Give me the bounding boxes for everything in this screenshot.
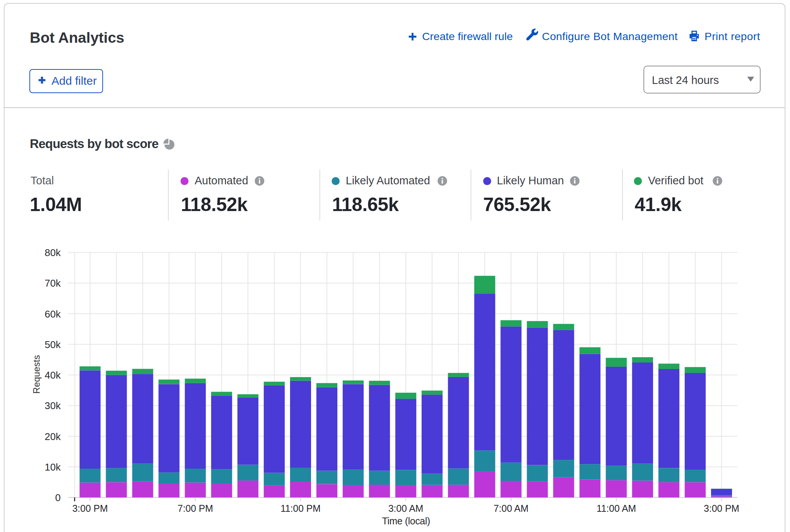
svg-text:0: 0 xyxy=(55,492,61,503)
svg-text:11:00 PM: 11:00 PM xyxy=(281,503,321,514)
svg-text:Requests: Requests xyxy=(31,355,42,393)
svg-text:20k: 20k xyxy=(45,431,61,442)
svg-text:40k: 40k xyxy=(45,369,61,381)
svg-text:30k: 30k xyxy=(45,400,61,411)
svg-text:3:00 PM: 3:00 PM xyxy=(72,503,108,514)
svg-text:7:00 PM: 7:00 PM xyxy=(177,503,213,514)
svg-text:7:00 AM: 7:00 AM xyxy=(493,503,529,514)
svg-text:3:00 PM: 3:00 PM xyxy=(704,503,739,514)
svg-text:Time (local): Time (local) xyxy=(382,516,430,526)
svg-text:10k: 10k xyxy=(45,461,61,473)
svg-text:70k: 70k xyxy=(45,277,61,289)
svg-text:50k: 50k xyxy=(45,339,61,350)
svg-text:3:00 AM: 3:00 AM xyxy=(388,503,423,514)
svg-text:11:00 AM: 11:00 AM xyxy=(597,503,636,514)
svg-text:80k: 80k xyxy=(45,247,61,258)
svg-text:60k: 60k xyxy=(45,308,61,320)
